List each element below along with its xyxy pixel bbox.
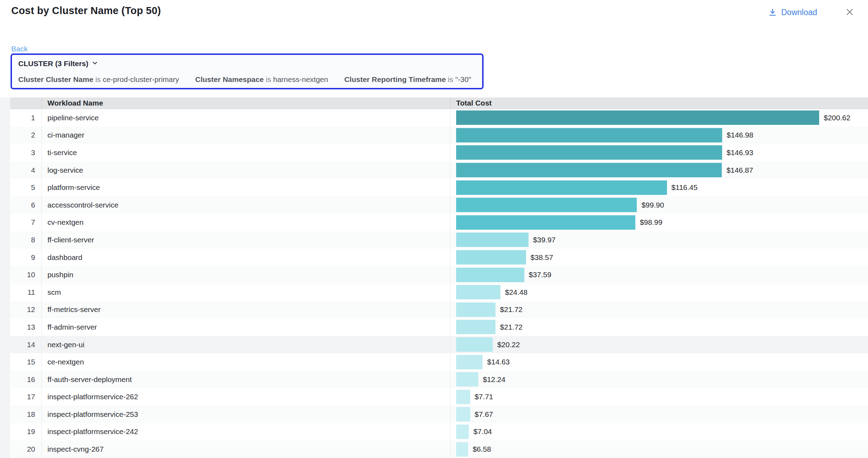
workload-name-cell: inspect-platformservice-262 [41,388,450,406]
total-cost-cell: $7.67 [450,406,868,423]
table-row[interactable]: 1 pipeline-service $200.62 [10,109,868,127]
table-row[interactable]: 8 ff-client-server $39.97 [10,231,868,249]
cost-value-label: $200.62 [824,114,850,122]
total-cost-cell: $39.97 [450,231,868,249]
cost-value-label: $146.87 [726,166,753,174]
filter-field: Cluster Reporting Timeframe [344,75,446,83]
table-row[interactable]: 17 inspect-platformservice-262 $7.71 [10,388,868,406]
table-row[interactable]: 10 pushpin $37.59 [10,266,868,284]
total-cost-cell: $7.04 [450,423,868,441]
table-row[interactable]: 11 scm $24.48 [10,284,868,301]
cost-value-label: $21.72 [500,305,523,314]
table-row[interactable]: 6 accesscontrol-service $99.90 [10,196,868,214]
filter-operator: is [448,75,455,83]
row-rank: 16 [10,371,41,388]
workload-name-cell: accesscontrol-service [41,196,450,214]
total-cost-cell: $99.90 [450,196,868,214]
total-cost-cell: $37.59 [450,266,868,284]
total-cost-cell: $146.87 [450,161,868,179]
total-cost-cell: $146.93 [450,144,868,161]
total-cost-cell: $20.22 [450,336,868,354]
table-row[interactable]: 9 dashboard $38.57 [10,249,868,266]
table-row[interactable]: 2 ci-manager $146.98 [10,127,868,144]
table-row[interactable]: 19 inspect-platformservice-242 $7.04 [10,423,868,441]
cost-value-label: $146.93 [727,148,753,157]
table-row[interactable]: 18 inspect-platformservice-253 $7.67 [10,406,868,423]
cost-bar [456,110,819,125]
cost-bar [456,268,524,282]
download-icon [768,8,777,17]
workload-name-cell: pushpin [41,266,450,284]
filter-field: Cluster Cluster Name [18,75,93,83]
total-cost-cell: $200.62 [450,109,868,127]
cost-bar [456,198,637,212]
row-rank: 18 [10,406,41,423]
cost-bar [456,372,478,387]
total-cost-cell: $98.99 [450,214,868,231]
workload-name-cell: ff-client-server [41,231,450,249]
cost-value-label: $20.22 [497,341,520,349]
row-rank: 4 [10,161,41,179]
cost-value-label: $24.48 [505,288,527,297]
total-cost-cell: $6.58 [450,440,868,458]
cost-bar [456,425,469,439]
filter-panel-title: CLUSTER (3 Filters) [18,59,89,68]
table-row[interactable]: 5 platform-service $116.45 [10,179,868,196]
cost-by-workload-table: Workload Name Total Cost 1 pipeline-serv… [10,97,868,458]
table-row[interactable]: 14 next-gen-ui $20.22 [10,336,868,354]
table-row[interactable]: 13 ff-admin-server $21.72 [10,318,868,336]
cost-bar [456,303,495,317]
workload-name-cell: ff-metrics-server [41,301,450,319]
total-cost-cell: $38.57 [450,249,868,266]
table-row[interactable]: 7 cv-nextgen $98.99 [10,214,868,231]
cost-value-label: $6.58 [473,445,491,453]
cost-value-label: $7.04 [473,427,492,436]
total-cost-cell: $7.71 [450,388,868,406]
filter-list: Cluster Cluster Name is ce-prod-cluster-… [18,75,476,84]
table-row[interactable]: 12 ff-metrics-server $21.72 [10,301,868,319]
table-row[interactable]: 20 inspect-cvng-267 $6.58 [10,440,868,458]
filter-operator: is [95,75,103,83]
cost-bar [456,145,722,160]
row-rank: 9 [10,249,41,266]
cost-bar [456,180,667,195]
cost-bar [456,442,468,457]
workload-name-cell: log-service [41,161,450,179]
total-cost-cell: $12.24 [450,371,868,388]
workload-name-cell: scm [41,284,450,301]
table-body: 1 pipeline-service $200.62 2 ci-manager … [10,109,868,458]
table-left-gutter [0,97,10,458]
table-row[interactable]: 16 ff-auth-server-deployment $12.24 [10,371,868,388]
table-row[interactable]: 15 ce-nextgen $14.63 [10,353,868,371]
workload-name-cell: ff-auth-server-deployment [41,371,450,388]
row-rank: 19 [10,423,41,441]
row-rank: 20 [10,440,41,458]
close-button[interactable] [843,6,856,19]
filter-value: ce-prod-cluster-primary [103,75,179,83]
cost-bar [456,233,529,247]
back-link[interactable]: Back [11,45,28,53]
table-row[interactable]: 3 ti-service $146.93 [10,144,868,161]
cost-value-label: $7.71 [475,393,493,401]
filter-condition[interactable]: Cluster Cluster Name is ce-prod-cluster-… [18,75,179,84]
cost-value-label: $98.99 [640,218,662,227]
row-rank: 13 [10,318,41,336]
cluster-filter-dropdown[interactable]: CLUSTER (3 Filters) [18,59,98,68]
close-icon [845,7,855,18]
cost-value-label: $7.67 [475,410,493,419]
workload-name-cell: next-gen-ui [41,336,450,354]
row-rank: 5 [10,179,41,196]
row-rank: 1 [10,109,41,127]
filter-condition[interactable]: Cluster Namespace is harness-nextgen [195,75,328,84]
filter-operator: is [266,75,273,83]
workload-name-cell: ci-manager [41,127,450,144]
filter-value: "-30" [455,75,471,83]
workload-name-cell: inspect-platformservice-242 [41,423,450,441]
workload-name-cell: platform-service [41,179,450,196]
workload-name-cell: inspect-cvng-267 [41,440,450,458]
filter-condition[interactable]: Cluster Reporting Timeframe is "-30" [344,75,471,84]
row-rank: 6 [10,196,41,214]
download-button[interactable]: Download [768,8,817,17]
table-row[interactable]: 4 log-service $146.87 [10,161,868,179]
row-rank: 11 [10,284,41,301]
